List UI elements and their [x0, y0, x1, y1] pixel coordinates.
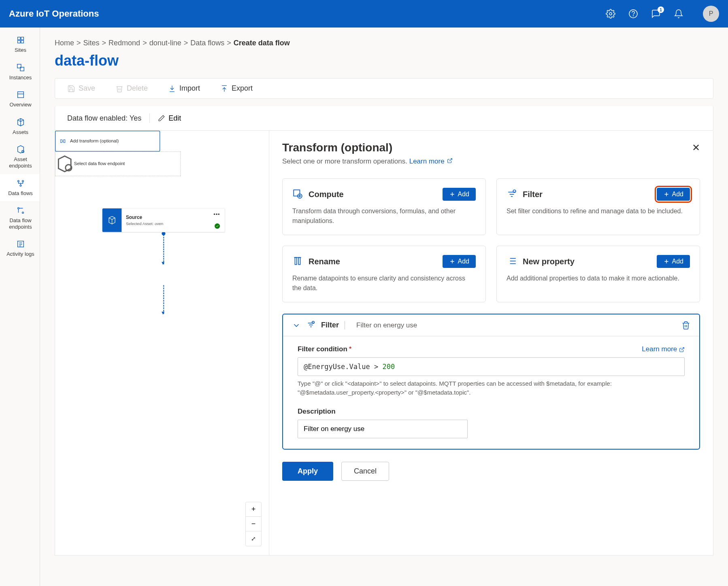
delete-button[interactable]: Delete: [115, 84, 148, 93]
svg-point-10: [20, 185, 21, 186]
save-button[interactable]: Save: [67, 84, 95, 93]
chevron-down-icon[interactable]: [292, 321, 301, 330]
rename-card: Rename Add Rename datapoints to ensure c…: [282, 246, 486, 302]
breadcrumb: Home> Sites> Redmond> donut-line> Data f…: [55, 39, 713, 47]
card-desc: Add additional properties to data to mak…: [507, 274, 690, 283]
sidebar-label: Sites: [15, 47, 26, 53]
sidebar-label: Asset endpoints: [3, 156, 38, 169]
node-subtitle: Selected Asset: oven: [126, 221, 221, 225]
description-input[interactable]: [298, 420, 468, 438]
svg-line-23: [449, 159, 452, 161]
sidebar-label: Data flows: [8, 190, 33, 197]
filter-editor: Filter Filter on energy use Filter condi…: [282, 314, 700, 450]
connector-line: [163, 232, 164, 264]
sidebar-item-asset-endpoints[interactable]: Asset endpoints: [0, 140, 40, 174]
zoom-fit-button[interactable]: ⤢: [246, 531, 261, 546]
sidebar-item-assets[interactable]: Assets: [0, 113, 40, 140]
source-node[interactable]: Source Selected Asset: oven •••: [102, 208, 225, 232]
filter-card: Filter Add Set filter conditions to refi…: [496, 178, 700, 235]
svg-point-11: [17, 208, 19, 209]
description-label: Description: [298, 408, 336, 416]
import-button[interactable]: Import: [168, 84, 200, 93]
help-icon[interactable]: [628, 9, 638, 19]
svg-point-1: [629, 10, 637, 18]
panel-title: Transform (optional): [282, 141, 392, 154]
editor-title: Filter: [321, 321, 345, 329]
svg-rect-5: [17, 92, 23, 98]
zoom-in-button[interactable]: +: [246, 502, 261, 517]
card-desc: Transform data through conversions, form…: [292, 206, 476, 226]
add-transform-node[interactable]: Add transform (optional): [55, 131, 160, 151]
connector-arrow-icon: ▼: [161, 310, 166, 316]
node-menu-icon[interactable]: •••: [213, 211, 220, 217]
select-endpoint-node[interactable]: Select data flow endpoint: [55, 151, 181, 176]
svg-rect-20: [64, 140, 65, 142]
sidebar-item-sites[interactable]: Sites: [0, 31, 40, 58]
node-title: Add transform (optional): [70, 138, 119, 144]
svg-point-12: [22, 212, 23, 214]
user-avatar[interactable]: P: [703, 6, 719, 22]
sidebar-item-instances[interactable]: Instances: [0, 58, 40, 86]
add-filter-button[interactable]: Add: [657, 188, 690, 201]
edit-button[interactable]: Edit: [158, 114, 181, 123]
learn-more-link[interactable]: Learn more: [642, 345, 685, 353]
crumb-redmond[interactable]: Redmond: [109, 39, 140, 47]
endpoint-icon: [55, 155, 74, 173]
crumb-home[interactable]: Home: [55, 39, 74, 47]
rename-icon: [292, 256, 303, 268]
crumb-sites[interactable]: Sites: [83, 39, 100, 47]
settings-icon[interactable]: [606, 9, 615, 19]
feedback-icon[interactable]: 1: [651, 9, 661, 19]
crumb-data-flows[interactable]: Data flows: [190, 39, 224, 47]
sidebar-label: Instances: [9, 74, 32, 81]
transform-panel: Transform (optional) ✕ Select one or mor…: [269, 131, 713, 556]
sidebar-label: Activity logs: [6, 251, 34, 257]
page-title: data-flow: [55, 52, 713, 69]
learn-more-link[interactable]: Learn more: [409, 157, 453, 165]
node-title: Source: [126, 215, 221, 221]
enabled-label: Data flow enabled: Yes: [67, 114, 141, 123]
top-header: Azure IoT Operations 1 P: [0, 0, 728, 28]
sidebar-label: Data flow endpoints: [3, 217, 38, 230]
list-icon: [507, 256, 517, 268]
add-new-property-button[interactable]: Add: [657, 255, 690, 268]
main-content: Home> Sites> Redmond> donut-line> Data f…: [40, 28, 728, 586]
sidebar-item-data-flows[interactable]: Data flows: [0, 174, 40, 202]
feedback-badge: 1: [658, 6, 664, 13]
cancel-button[interactable]: Cancel: [341, 462, 389, 481]
divider: [149, 113, 150, 123]
filter-icon: [507, 189, 517, 200]
crumb-current: Create data flow: [234, 39, 290, 47]
filter-condition-input[interactable]: @EnergyUse.Value > 200: [298, 357, 685, 376]
notifications-icon[interactable]: [674, 9, 683, 19]
sidebar-label: Assets: [13, 129, 28, 136]
svg-point-9: [22, 180, 23, 182]
add-rename-button[interactable]: Add: [443, 255, 476, 268]
svg-rect-35: [298, 257, 300, 264]
card-title: Compute: [309, 190, 344, 199]
sidebar-item-overview[interactable]: Overview: [0, 85, 40, 113]
sidebar-label: Overview: [9, 102, 31, 108]
svg-point-8: [17, 180, 19, 182]
node-title: Select data flow endpoint: [74, 161, 125, 166]
sidebar-item-dataflow-endpoints[interactable]: Data flow endpoints: [0, 201, 40, 235]
apply-button[interactable]: Apply: [282, 462, 333, 481]
product-name: Azure IoT Operations: [9, 8, 99, 19]
panel-subtitle: Select one or more transform operations.…: [282, 157, 700, 166]
add-compute-button[interactable]: Add: [443, 188, 476, 201]
card-title: New property: [523, 257, 575, 266]
close-icon[interactable]: ✕: [692, 142, 700, 153]
crumb-donut-line[interactable]: donut-line: [149, 39, 181, 47]
flow-canvas[interactable]: ▼ ▼ Source Selected Asset: oven •••: [55, 131, 269, 556]
condition-hint: Type "@" or click "<datapoint>" to selec…: [298, 379, 685, 397]
svg-rect-24: [294, 190, 300, 196]
cube-icon: [102, 208, 122, 232]
export-button[interactable]: Export: [220, 84, 253, 93]
condition-label: Filter condition*: [298, 345, 351, 353]
trash-icon[interactable]: [681, 321, 690, 330]
top-actions: 1 P: [606, 6, 719, 22]
connector-arrow-icon: ▼: [161, 261, 166, 266]
toolbar: Save Delete Import Export: [55, 78, 713, 99]
sidebar-item-activity-logs[interactable]: Activity logs: [0, 235, 40, 262]
zoom-out-button[interactable]: −: [246, 517, 261, 531]
